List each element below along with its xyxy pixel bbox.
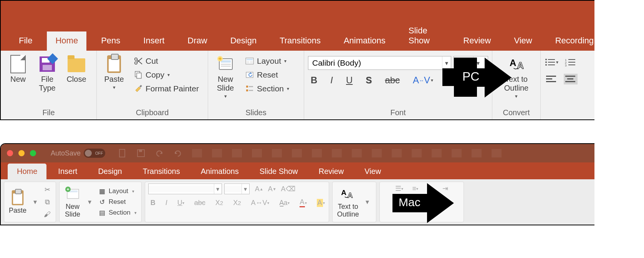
- align-left-button[interactable]: [545, 74, 558, 84]
- chevron-down-icon[interactable]: ▾: [113, 84, 116, 90]
- new-slide-button[interactable]: New Slide ▾: [212, 53, 239, 101]
- tab-file[interactable]: File: [10, 31, 41, 51]
- bold-button[interactable]: B: [148, 197, 158, 208]
- mac-paste-button[interactable]: Paste: [7, 189, 28, 215]
- change-case-button[interactable]: A̲a▾: [277, 197, 292, 208]
- shadow-button[interactable]: S: [363, 74, 374, 87]
- mac-tab-view[interactable]: View: [355, 164, 390, 179]
- chevron-down-icon[interactable]: ▾: [224, 93, 227, 99]
- chevron-down-icon[interactable]: ▾: [515, 93, 518, 99]
- mac-layout-button[interactable]: ▦Layout▾: [96, 187, 138, 196]
- close-button[interactable]: Close: [63, 53, 90, 86]
- maximize-window-button[interactable]: [30, 150, 36, 156]
- grow-font-button[interactable]: A▲: [253, 184, 266, 194]
- filetype-button[interactable]: File Type: [34, 53, 61, 94]
- qat-icon[interactable]: [412, 149, 422, 157]
- font-name-combo[interactable]: ▾: [308, 56, 451, 70]
- chevron-down-icon[interactable]: ▾: [167, 72, 170, 78]
- qat-icon[interactable]: [312, 149, 322, 157]
- tab-slideshow[interactable]: Slide Show: [400, 22, 449, 51]
- mac-section-button[interactable]: ▤Section▾: [96, 208, 138, 217]
- highlight-button[interactable]: A▾: [315, 197, 327, 208]
- underline-button[interactable]: U▾: [175, 197, 187, 208]
- save-icon[interactable]: [136, 148, 146, 158]
- qat-icon[interactable]: [472, 149, 482, 157]
- superscript-button[interactable]: X2: [213, 197, 225, 208]
- chevron-down-icon[interactable]: ▾: [287, 86, 289, 91]
- tab-review[interactable]: Review: [455, 31, 499, 51]
- mac-tab-slideshow[interactable]: Slide Show: [250, 164, 307, 179]
- autosave-toggle[interactable]: OFF: [84, 149, 105, 158]
- char-spacing-button[interactable]: A↔V ▾: [410, 74, 436, 87]
- strikethrough-button[interactable]: abc: [382, 74, 402, 87]
- font-color-button[interactable]: A▾: [297, 197, 309, 208]
- tab-home[interactable]: Home: [47, 31, 86, 51]
- chevron-down-icon[interactable]: ▾: [84, 197, 95, 207]
- italic-button[interactable]: I: [163, 197, 170, 208]
- qat-icon[interactable]: [192, 149, 202, 157]
- undo-icon[interactable]: [154, 148, 164, 158]
- tab-pens[interactable]: Pens: [93, 31, 129, 51]
- chevron-down-icon[interactable]: ▾: [362, 197, 373, 207]
- qat-icon[interactable]: [332, 149, 342, 157]
- qat-icon[interactable]: [452, 149, 462, 157]
- layout-button[interactable]: Layout ▾: [241, 55, 293, 68]
- redo-icon[interactable]: [173, 148, 183, 158]
- paste-button[interactable]: Paste ▾: [101, 53, 127, 92]
- qat-icon[interactable]: [352, 149, 362, 157]
- mac-font-name-input[interactable]: [149, 185, 214, 192]
- new-button[interactable]: New: [5, 53, 31, 86]
- format-painter-button[interactable]: Format Painter: [130, 82, 202, 95]
- qat-icon[interactable]: [272, 149, 282, 157]
- subscript-button[interactable]: X2: [231, 197, 243, 208]
- mac-tab-home[interactable]: Home: [8, 164, 46, 179]
- bullets-button[interactable]: ▾: [545, 57, 558, 68]
- chevron-down-icon[interactable]: ▾: [284, 58, 286, 64]
- numbering-button[interactable]: 123: [564, 57, 578, 68]
- italic-button[interactable]: I: [328, 74, 336, 87]
- mac-tab-transitions[interactable]: Transitions: [134, 164, 189, 179]
- tab-insert[interactable]: Insert: [135, 31, 173, 51]
- shrink-font-button[interactable]: A▼: [266, 184, 279, 194]
- mac-text-to-outline-button[interactable]: A A Text to Outline: [336, 185, 361, 219]
- underline-button[interactable]: U: [343, 74, 355, 87]
- file-icon[interactable]: [118, 148, 127, 158]
- qat-icon[interactable]: [372, 149, 382, 157]
- clear-format-button[interactable]: A⌫: [279, 184, 298, 194]
- bold-button[interactable]: B: [308, 74, 320, 87]
- tab-design[interactable]: Design: [222, 31, 265, 51]
- tab-animations[interactable]: Animations: [335, 31, 394, 51]
- tab-draw[interactable]: Draw: [179, 31, 215, 51]
- cut-button[interactable]: Cut: [130, 55, 202, 68]
- mac-font-size-combo[interactable]: ▾: [224, 184, 250, 194]
- chevron-down-icon[interactable]: ▾: [30, 197, 40, 207]
- tab-transitions[interactable]: Transitions: [271, 31, 329, 51]
- qat-icon[interactable]: [392, 149, 402, 157]
- copy-button[interactable]: Copy ▾: [130, 68, 202, 81]
- mac-new-slide-button[interactable]: New Slide: [63, 185, 83, 219]
- minimize-window-button[interactable]: [18, 150, 25, 156]
- qat-icon[interactable]: [292, 149, 302, 157]
- mac-reset-button[interactable]: ↺Reset: [96, 197, 138, 207]
- char-spacing-button[interactable]: A↔V▾: [249, 197, 272, 208]
- scissors-icon[interactable]: ✂: [42, 184, 53, 195]
- copy-icon[interactable]: ⧉: [42, 197, 53, 207]
- mac-tab-insert[interactable]: Insert: [49, 164, 86, 179]
- strikethrough-button[interactable]: abc: [192, 197, 208, 208]
- mac-font-name-combo[interactable]: ▾: [148, 184, 222, 194]
- qat-icon[interactable]: [232, 149, 242, 157]
- tab-recording[interactable]: Recording: [547, 31, 602, 51]
- qat-icon[interactable]: [212, 149, 222, 157]
- qat-icon[interactable]: [492, 149, 502, 157]
- mac-tab-review[interactable]: Review: [310, 164, 353, 179]
- qat-icon[interactable]: [432, 149, 442, 157]
- section-button[interactable]: Section ▾: [241, 82, 293, 95]
- font-name-input[interactable]: [308, 58, 442, 68]
- align-center-button[interactable]: [564, 74, 578, 84]
- paintbrush-icon[interactable]: 🖌: [42, 209, 53, 220]
- reset-button[interactable]: Reset: [241, 68, 293, 81]
- mac-font-size-input[interactable]: [225, 185, 242, 192]
- qat-icon[interactable]: [252, 149, 262, 157]
- mac-tab-design[interactable]: Design: [89, 164, 131, 179]
- tab-view[interactable]: View: [505, 31, 540, 51]
